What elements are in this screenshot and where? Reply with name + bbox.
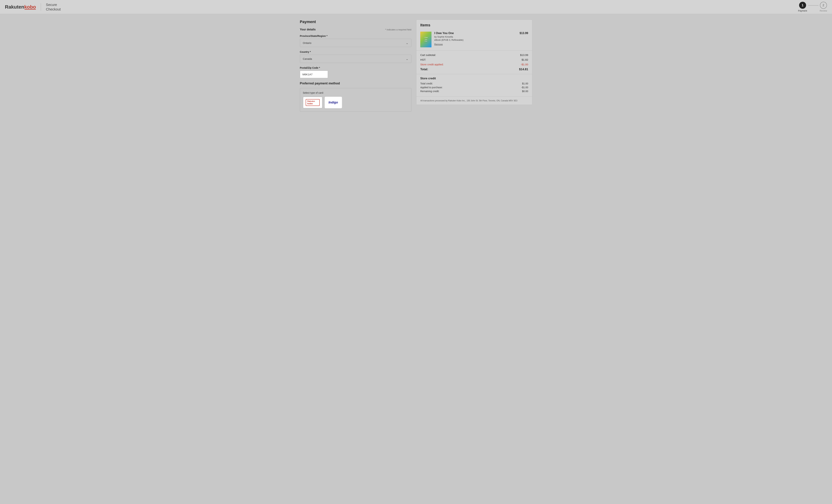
item-title: I Owe You One [434,32,517,35]
step2-label: Review [820,9,827,12]
item-author: by Sophie Kinsella [434,35,517,38]
cart-subtotal-row: Cart subtotal: $13.99 [420,54,528,56]
remaining-value: $0.00 [522,90,528,93]
province-label: Province/State/Region * [300,35,411,37]
store-credit-section: Store credit Total credit: $1.00 Applied… [416,74,532,96]
items-title: Items [416,20,532,29]
country-select[interactable]: Canada United States [300,55,411,63]
checkout-steps: 1 Payment 2 Review [798,2,827,12]
step-connector [808,5,818,6]
item-format: eBook (EPUB 3, Reflowable) [434,38,517,41]
remaining-label: Remaining credit: [420,90,439,93]
applied-row: Applied to purchase: -$1.00 [420,86,528,89]
postal-label: Postal/Zip Code * [300,66,411,69]
total-credit-value: $1.00 [522,82,528,85]
logo-rakuten: Rakuten [5,4,24,9]
main-content: Payment Your details * indicates a requi… [294,14,539,117]
country-field: Country * Canada United States ⌄ [300,51,411,63]
cart-subtotal-label: Cart subtotal: [420,54,436,56]
your-details-label: Your details [300,28,316,31]
rakuten-kobo-card-logo: Rakuten kobo [306,99,320,106]
cart-subtotal-value: $13.99 [520,54,528,56]
country-label: Country * [300,51,411,53]
total-credit-label: Total credit: [420,82,433,85]
total-row: Total: $14.81 [420,67,528,71]
indigo-logo: Indigo [329,101,338,104]
left-panel: Payment Your details * indicates a requi… [300,20,411,112]
applied-value: -$1.00 [521,86,528,89]
remaining-row: Remaining credit: $0.00 [420,90,528,93]
total-label: Total: [420,67,428,71]
store-credit-title: Store credit [420,77,528,80]
province-field: Province/State/Region * Ontario British … [300,35,411,47]
hst-label: HST: [420,58,426,61]
step-review: 2 Review [820,2,827,12]
card-select-box: Select type of card: Rakuten kobo Indigo [300,88,411,112]
footer-note: All transactions processed by Rakuten Ko… [416,96,532,105]
card-option-rakuten[interactable]: Rakuten kobo [303,96,322,108]
province-select[interactable]: Ontario British Columbia Alberta Quebec [300,39,411,47]
header: Rakutenkobo Secure Checkout 1 Payment 2 … [0,0,832,14]
logo: Rakutenkobo [5,4,36,9]
total-credit-row: Total credit: $1.00 [420,82,528,85]
hst-value: $1.82 [522,58,528,61]
card-select-label: Select type of card: [303,91,408,94]
your-details-row: Your details * indicates a required fiel… [300,28,411,31]
payment-method-title: Preferred payment method [300,82,411,85]
remove-button[interactable]: Remove [434,43,443,46]
postal-field: Postal/Zip Code * [300,66,411,78]
required-note: * indicates a required field [385,28,411,31]
province-select-wrapper[interactable]: Ontario British Columbia Alberta Quebec … [300,39,411,47]
item-details: I Owe You One by Sophie Kinsella eBook (… [434,32,517,46]
right-panel: Items I OweYouOne I Owe You One by Sophi… [416,20,532,112]
step2-circle: 2 [820,2,827,9]
item-price: $13.99 [520,32,528,35]
store-credit-applied-value: -$1.00 [521,63,528,66]
logo-kobo: kobo [24,4,36,9]
step1-label: Payment [798,9,807,12]
step1-circle: 1 [799,2,806,9]
card-options: Rakuten kobo Indigo [303,96,408,108]
store-credit-applied-label: Store credit applied: [420,63,444,66]
applied-label: Applied to purchase: [420,86,443,89]
card-option-indigo[interactable]: Indigo [324,96,342,108]
step-payment: 1 Payment [798,2,807,12]
country-select-wrapper[interactable]: Canada United States ⌄ [300,55,411,63]
payment-title: Payment [300,20,411,24]
totals-section: Cart subtotal: $13.99 HST: $1.82 Store c… [416,51,532,74]
hst-row: HST: $1.82 [420,58,528,61]
total-value: $14.81 [519,67,528,71]
checkout-title: Secure Checkout [46,2,61,11]
item-row: I OweYouOne I Owe You One by Sophie Kins… [416,29,532,51]
logo-area: Rakutenkobo [5,4,36,9]
book-cover-text: I OweYouOne [423,36,428,43]
postal-input[interactable] [300,71,328,78]
store-credit-row: Store credit applied: -$1.00 [420,63,528,66]
book-cover: I OweYouOne [420,32,432,47]
items-box: Items I OweYouOne I Owe You One by Sophi… [416,20,532,105]
